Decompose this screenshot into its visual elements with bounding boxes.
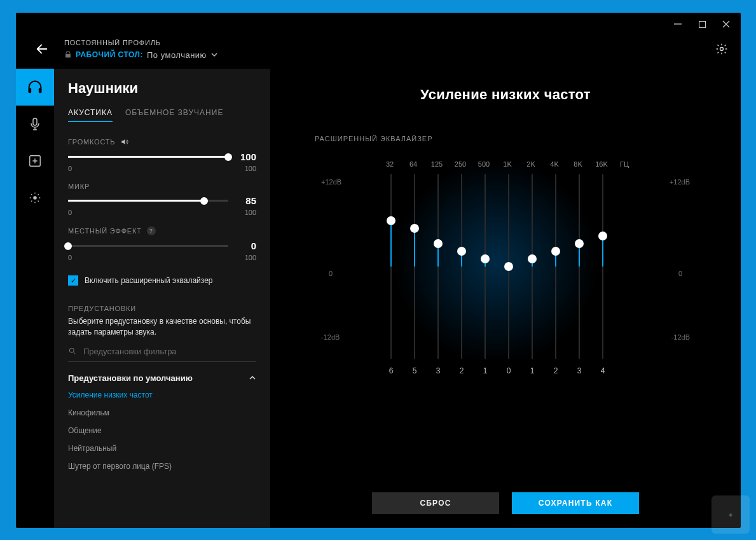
profile-link: РАБОЧИЙ СТОЛ: [76,50,143,59]
eq-checkbox[interactable]: ✓ [68,275,78,286]
freq-label: 250 [451,160,470,168]
eq-band-thumb[interactable] [434,239,443,248]
back-button[interactable] [29,36,55,62]
profile-name: По умолчанию [147,50,207,60]
eq-band[interactable] [593,174,612,359]
watermark: ◈ [711,495,750,534]
local-effect-slider[interactable] [68,245,228,247]
body: Наушники АКУСТИКА ОБЪЕМНОЕ ЗВУЧАНИЕ ГРОМ… [16,69,741,528]
eq-bands [315,174,696,359]
eq-value: 1 [523,366,542,375]
main-title: Усиление низких частот [296,87,715,103]
svg-rect-6 [33,118,37,125]
search-icon [68,347,77,356]
preset-item[interactable]: Усиление низких частот [68,391,256,399]
preset-search[interactable] [68,347,256,362]
freq-label: 1K [498,160,517,168]
app-window: ПОСТОЯННЫЙ ПРОФИЛЬ РАБОЧИЙ СТОЛ: По умол… [16,13,741,528]
preset-item[interactable]: Шутер от первого лица (FPS) [68,462,256,471]
eq-value: 6 [381,366,401,375]
eq-value: 0 [499,366,518,375]
close-button[interactable] [722,20,731,29]
mic-slider[interactable] [68,200,228,202]
eq-band[interactable] [405,174,424,359]
preset-group-header[interactable]: Предустановки по умолчанию [68,373,256,383]
nav-lighting[interactable] [16,179,54,216]
preset-item[interactable]: Нейтральный [68,444,256,453]
svg-rect-4 [29,88,32,93]
volume-slider[interactable] [68,156,228,158]
eq-band[interactable] [570,174,589,359]
tab-acoustics[interactable]: АКУСТИКА [68,108,113,122]
header: ПОСТОЯННЫЙ ПРОФИЛЬ РАБОЧИЙ СТОЛ: По умол… [16,36,741,69]
svg-rect-0 [674,24,682,25]
preset-item[interactable]: Общение [68,426,256,435]
eq-value: 4 [593,366,612,375]
eq-band[interactable] [381,174,401,359]
save-as-button[interactable]: СОХРАНИТЬ КАК [512,492,639,514]
nav-add[interactable] [16,142,54,179]
preset-item[interactable]: Кинофильм [68,408,256,417]
preset-list: Усиление низких частот Кинофильм Общение… [68,391,256,471]
freq-label: 500 [474,160,493,168]
mic-label: МИКР [68,183,256,190]
settings-button[interactable] [715,43,728,55]
eq-band-thumb[interactable] [528,254,537,263]
eq-value: 3 [570,366,589,375]
help-icon[interactable]: ? [147,226,156,235]
svg-point-8 [33,196,37,200]
freq-label: 4K [545,160,564,168]
reset-button[interactable]: СБРОС [372,492,499,514]
main-content: Усиление низких частот РАСШИРЕННЫЙ ЭКВАЛ… [270,69,741,528]
svg-rect-1 [699,21,705,27]
eq-value: 5 [405,366,424,375]
eq-band-thumb[interactable] [481,254,490,263]
preset-search-input[interactable] [83,347,256,356]
eq-values: 6532101234 [315,366,696,375]
eq-band[interactable] [429,174,448,359]
volume-label: ГРОМКОСТЬ [68,137,256,146]
nav-mic[interactable] [16,106,54,142]
eq-band-thumb[interactable] [504,262,513,271]
eq-band-thumb[interactable] [457,247,466,256]
eq-checkbox-row[interactable]: ✓ Включить расширенный эквалайзер [68,275,256,286]
speaker-icon [120,137,129,146]
freq-label: 16K [592,160,611,168]
presets-hint: Выберите предустановку в качестве основы… [68,316,256,338]
chevron-up-icon [249,374,256,382]
eq-band[interactable] [546,174,565,359]
eq-band-thumb[interactable] [387,216,395,225]
nav-headphones[interactable] [16,69,54,106]
lock-icon [64,51,72,59]
local-effect-value: 0 [236,240,256,251]
local-effect-label: МЕСТНЫЙ ЭФФЕКТ ? [68,226,256,235]
eq-band-thumb[interactable] [410,224,419,233]
svg-point-9 [69,348,74,352]
presets-label: ПРЕДУСТАНОВКИ [68,305,256,312]
eq-band-thumb[interactable] [575,239,584,248]
eq-band[interactable] [523,174,542,359]
eq-value: 3 [429,366,448,375]
eq-band-thumb[interactable] [598,232,607,240]
eq-band-thumb[interactable] [551,247,560,256]
eq-band[interactable] [452,174,471,359]
eq-value: 2 [452,366,471,375]
freq-label: 2K [521,160,540,168]
settings-panel: Наушники АКУСТИКА ОБЪЕМНОЕ ЗВУЧАНИЕ ГРОМ… [54,69,270,528]
eq-band[interactable] [499,174,518,359]
maximize-button[interactable] [698,20,706,29]
eq-value: 1 [476,366,495,375]
panel-tabs: АКУСТИКА ОБЪЕМНОЕ ЗВУЧАНИЕ [68,108,256,122]
svg-rect-2 [65,54,71,58]
mic-value: 85 [236,195,256,206]
iconbar [16,69,54,528]
eq-checkbox-label: Включить расширенный эквалайзер [85,276,213,285]
equalizer: +12dB +12dB 0 0 -12dB -12dB 326412525050… [296,160,715,375]
tab-surround[interactable]: ОБЪЕМНОЕ ЗВУЧАНИЕ [125,108,223,122]
eq-band[interactable] [476,174,495,359]
profile-selector[interactable]: РАБОЧИЙ СТОЛ: По умолчанию [64,50,706,60]
profile-subtitle: ПОСТОЯННЫЙ ПРОФИЛЬ [64,39,706,46]
titlebar [16,13,741,36]
freq-label: 125 [427,160,446,168]
minimize-button[interactable] [673,20,682,29]
